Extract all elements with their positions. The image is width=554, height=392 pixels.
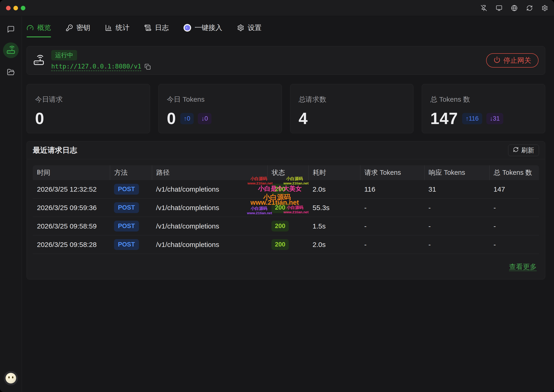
cell-total-tokens: - [489,235,539,254]
status-200-badge: 200 [272,239,289,250]
gauge-icon [27,24,34,31]
cell-path: /v1/chat/completions [152,180,267,199]
cell-method: POST [110,235,152,254]
stop-gateway-label: 停止网关 [504,56,531,65]
cell-request-tokens: - [360,217,424,235]
stat-value: 0 [35,109,44,128]
stat-card-total-tokens: 总 Tokens 数 147 ↑116 ↓31 [422,84,545,133]
status-badge: 运行中 [51,50,77,60]
tokens-up-badge: ↑0 [180,113,194,124]
bar-chart-icon [105,24,112,31]
cell-path: /v1/chat/completions [152,217,267,235]
cell-path: /v1/chat/completions [152,235,267,254]
display-icon[interactable] [496,5,502,11]
refresh-icon [513,147,519,154]
log-table-row: 2026/3/25 09:58:59 POST /v1/chat/complet… [33,217,539,235]
stats-row: 今日请求 0 今日 Tokens 0 ↑0 ↓0 [27,84,545,133]
col-request-tokens: 请求 Tokens [360,165,424,180]
gateway-status-card: 运行中 http://127.0.0.1:8080/v1 停止网关 [27,46,545,75]
stat-card-total-requests: 总请求数 4 [290,84,414,133]
sidebar [0,16,22,392]
cell-request-tokens: - [360,235,424,254]
stat-card-today-requests: 今日请求 0 [27,84,150,133]
app-window: 概览 密钥 统计 日志 [0,0,554,392]
tab-stats[interactable]: 统计 [105,16,130,39]
scroll-icon [144,24,151,31]
cell-status: 200 [267,199,308,217]
titlebar [0,0,554,16]
tab-keys[interactable]: 密钥 [66,16,90,39]
cell-response-tokens: - [424,235,489,254]
stat-value: 147 [430,109,458,128]
method-badge: POST [114,239,139,250]
gear-icon [237,24,244,31]
tab-quick-connect[interactable]: >_ 一键接入 [184,16,222,39]
cell-time: 2026/3/25 09:59:36 [33,199,110,217]
stop-gateway-button[interactable]: 停止网关 [486,53,539,68]
gateway-url-link[interactable]: http://127.0.0.1:8080/v1 [51,63,141,71]
minimize-window-button[interactable] [13,6,18,10]
view-more-link[interactable]: 查看更多 [509,262,537,279]
tab-settings[interactable]: 设置 [237,16,261,39]
tab-quick-connect-label: 一键接入 [194,23,222,33]
sidebar-item-chat[interactable] [7,25,15,34]
stat-card-today-tokens: 今日 Tokens 0 ↑0 ↓0 [158,84,282,133]
tab-logs-label: 日志 [155,23,169,33]
tab-overview-label: 概览 [37,23,51,33]
cell-path: /v1/chat/completions [152,199,267,217]
globe-icon[interactable] [511,5,518,11]
col-time: 时间 [33,165,110,180]
tab-logs[interactable]: 日志 [144,16,169,39]
tab-keys-label: 密钥 [76,23,90,33]
col-status: 状态 [267,165,308,180]
router-icon [7,45,15,55]
cell-status: 200 [267,235,308,254]
status-200-badge: 200 [272,221,289,231]
recent-logs-title: 最近请求日志 [33,145,77,155]
method-badge: POST [114,184,139,195]
method-badge: POST [114,202,139,213]
cell-request-tokens: 116 [360,180,424,199]
tokens-up-badge: ↑116 [462,113,482,124]
logs-table: 时间 方法 路径 状态 耗时 请求 Tokens 响应 Tokens 总 Tok… [33,165,539,254]
chat-icon [7,25,15,34]
tab-settings-label: 设置 [248,23,261,33]
sidebar-item-files[interactable] [7,68,15,77]
tab-overview[interactable]: 概览 [27,16,51,39]
log-table-row: 2026/3/25 09:59:36 POST /v1/chat/complet… [33,199,539,217]
cell-response-tokens: - [424,199,489,217]
router-icon [33,54,44,66]
refresh-icon[interactable] [526,5,533,11]
recent-logs-card: 最近请求日志 刷新 [27,141,545,280]
cell-time: 2026/3/25 09:58:59 [33,217,110,235]
cell-status: 200 [267,180,308,199]
cell-duration: 2.0s [308,235,360,254]
log-table-row: 2026/3/25 12:32:52 POST /v1/chat/complet… [33,180,539,199]
col-response-tokens: 响应 Tokens [424,165,489,180]
stat-label: 总 Tokens 数 [430,95,537,104]
cell-time: 2026/3/25 12:32:52 [33,180,110,199]
stat-value: 0 [167,109,176,128]
cell-status: 200 [267,217,308,235]
copy-icon[interactable] [144,64,151,70]
user-avatar[interactable] [4,371,18,385]
tokens-down-badge: ↓31 [486,113,504,124]
pin-off-icon[interactable] [481,5,487,11]
tokens-down-badge: ↓0 [198,113,211,124]
face-in-clouds-emoji [6,373,16,384]
cell-duration: 2.0s [308,180,360,199]
sidebar-item-gateway[interactable] [3,42,19,58]
cell-method: POST [110,199,152,217]
refresh-logs-button[interactable]: 刷新 [508,145,539,156]
folder-open-icon [7,68,15,77]
cell-time: 2026/3/25 09:58:28 [33,235,110,254]
col-total-tokens: 总 Tokens 数 [489,165,539,180]
key-icon [66,24,73,31]
close-window-button[interactable] [6,6,11,10]
col-method: 方法 [110,165,152,180]
settings-icon[interactable] [541,5,548,11]
stat-label: 今日 Tokens [167,95,273,104]
zoom-window-button[interactable] [21,6,25,10]
cell-total-tokens: - [489,199,539,217]
cell-response-tokens: 31 [424,180,489,199]
